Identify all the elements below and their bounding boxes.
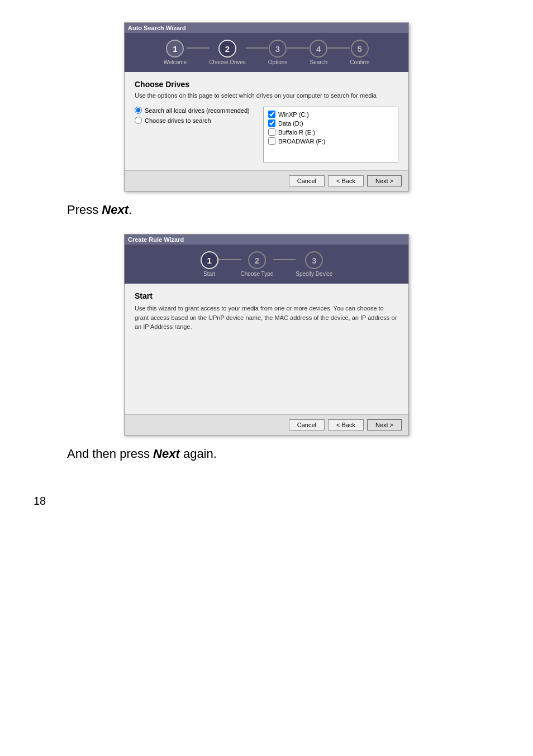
drive-label-2: Buffalo R (E:) <box>278 129 315 136</box>
radio-all-local-input[interactable] <box>135 107 142 114</box>
wizard1-back-button[interactable]: < Back <box>328 175 364 186</box>
wizard2-steps-bar: 1 Start 2 Choose Type 3 Specify Device <box>125 245 408 284</box>
wizard1-section-title: Choose Drives <box>135 80 398 89</box>
drive-item-1[interactable]: Data (D:) <box>268 119 393 127</box>
wizard1-content: Choose Drives Use the options on this pa… <box>125 72 408 170</box>
wizard2-description: Use this wizard to grant access to your … <box>135 304 398 332</box>
drive-checkbox-3[interactable] <box>268 137 275 145</box>
drives-layout: Search all local drives (recommended) Ch… <box>135 107 398 162</box>
wizard2-back-button[interactable]: < Back <box>328 419 364 430</box>
drive-label-3: BROADWAR (F:) <box>278 138 326 145</box>
page-number: 18 <box>34 495 499 508</box>
step2-1-circle: 1 <box>201 251 218 269</box>
wizard2-titlebar: Create Rule Wizard <box>125 235 408 245</box>
auto-search-wizard: Auto Search Wizard 1 Welcome 2 Choose Dr… <box>124 22 409 192</box>
create-rule-wizard: Create Rule Wizard 1 Start 2 Choose Type… <box>124 234 409 436</box>
wizard2-cancel-button[interactable]: Cancel <box>289 419 325 430</box>
step2-2-circle: 2 <box>248 251 266 269</box>
drive-item-0[interactable]: WinXP (C:) <box>268 111 393 118</box>
drive-checkbox-1[interactable] <box>268 119 275 127</box>
prose-text-2: And then press Next again. <box>67 447 499 461</box>
step-3-label: Options <box>268 59 287 65</box>
radio-all-local-label: Search all local drives (recommended) <box>145 107 250 114</box>
wizard1-next-button[interactable]: Next > <box>367 175 402 186</box>
step-3-options: 3 Options <box>268 40 287 65</box>
step-1-label: Welcome <box>164 59 187 65</box>
step-connector-4-5 <box>327 47 350 49</box>
prose1-italic: Next <box>102 203 129 217</box>
step2-2-label: Choose Type <box>241 271 274 277</box>
step-connector-1-2 <box>187 47 209 49</box>
prose1-after: . <box>129 203 132 217</box>
step-3-circle: 3 <box>269 40 287 58</box>
step2-3-circle: 3 <box>305 251 323 269</box>
drives-options: Search all local drives (recommended) Ch… <box>135 107 258 162</box>
step2-connector-1-2 <box>218 259 241 260</box>
step-5-label: Confirm <box>350 59 369 65</box>
wizard2-title: Create Rule Wizard <box>128 236 184 243</box>
drive-label-0: WinXP (C:) <box>278 111 309 118</box>
step-5-confirm: 5 Confirm <box>350 40 369 65</box>
wizard2-section-title: Start <box>135 291 398 300</box>
wizard2-next-button[interactable]: Next > <box>367 419 402 430</box>
step-4-search: 4 Search <box>310 40 327 65</box>
wizard1-cancel-button[interactable]: Cancel <box>289 175 325 186</box>
wizard2-content-area <box>135 339 398 406</box>
step-connector-2-3 <box>246 47 268 49</box>
wizard1-footer: Cancel < Back Next > <box>125 170 408 191</box>
wizard2-content: Start Use this wizard to grant access to… <box>125 284 408 414</box>
step2-3-specify-device: 3 Specify Device <box>296 251 332 277</box>
step-2-choose-drives: 2 Choose Drives <box>209 40 246 65</box>
step-1-welcome: 1 Welcome <box>164 40 187 65</box>
drive-checkbox-2[interactable] <box>268 128 275 136</box>
drive-label-1: Data (D:) <box>278 120 303 127</box>
step-connector-3-4 <box>287 47 310 49</box>
step-2-label: Choose Drives <box>209 59 246 65</box>
step2-2-choose-type: 2 Choose Type <box>241 251 274 277</box>
prose2-after: again. <box>180 447 217 461</box>
wizard2-footer: Cancel < Back Next > <box>125 414 408 435</box>
prose1-before: Press <box>67 203 102 217</box>
drive-checkbox-0[interactable] <box>268 111 275 118</box>
step-1-circle: 1 <box>166 40 184 58</box>
step2-1-start: 1 Start <box>201 251 218 277</box>
step-4-circle: 4 <box>310 40 327 58</box>
prose2-italic: Next <box>153 447 180 461</box>
step-5-circle: 5 <box>351 40 369 58</box>
radio-choose-label: Choose drives to search <box>145 117 211 124</box>
drives-list: WinXP (C:) Data (D:) Buffalo R (E:) BROA… <box>263 107 398 162</box>
drive-item-3[interactable]: BROADWAR (F:) <box>268 137 393 145</box>
step2-connector-2-3 <box>273 259 296 260</box>
prose-text-1: Press Next. <box>67 203 499 217</box>
step-2-circle: 2 <box>218 40 236 58</box>
radio-all-local[interactable]: Search all local drives (recommended) <box>135 107 258 114</box>
wizard1-titlebar: Auto Search Wizard <box>125 23 408 33</box>
wizard1-steps-bar: 1 Welcome 2 Choose Drives 3 Options 4 Se… <box>125 33 408 72</box>
step2-3-label: Specify Device <box>296 271 332 277</box>
radio-choose[interactable]: Choose drives to search <box>135 117 258 124</box>
drive-item-2[interactable]: Buffalo R (E:) <box>268 128 393 136</box>
step-4-label: Search <box>310 59 327 65</box>
radio-choose-input[interactable] <box>135 117 142 124</box>
step2-1-label: Start <box>203 271 215 277</box>
wizard1-description: Use the options on this page to select w… <box>135 92 398 99</box>
prose2-before: And then press <box>67 447 153 461</box>
wizard1-title: Auto Search Wizard <box>128 25 186 31</box>
